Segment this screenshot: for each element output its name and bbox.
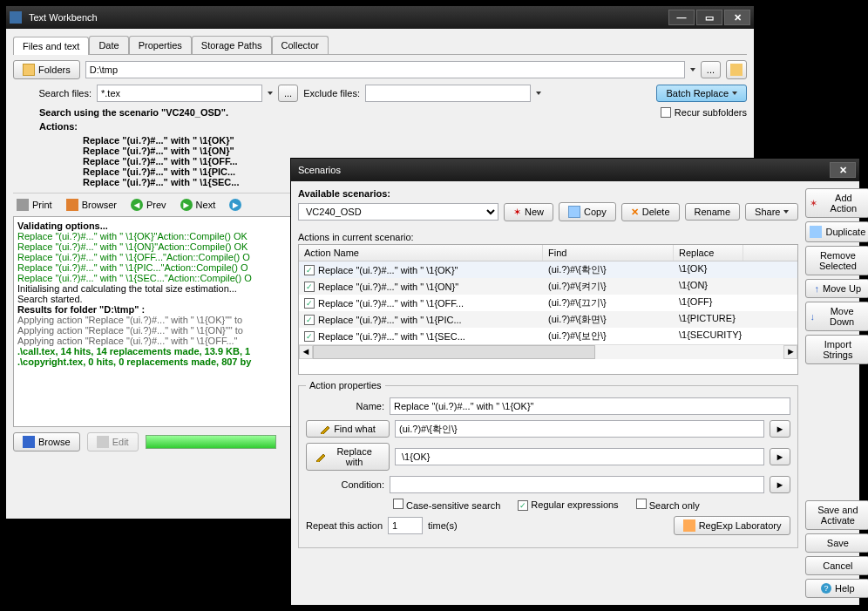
rename-button[interactable]: Rename xyxy=(685,203,741,221)
delete-button[interactable]: ✕Delete xyxy=(621,203,680,221)
row-checkbox[interactable]: ✓ xyxy=(304,315,315,325)
scenarios-titlebar[interactable]: Scenarios ✕ xyxy=(291,159,859,181)
folders-button[interactable]: Folders xyxy=(13,60,80,79)
tab-date[interactable]: Date xyxy=(89,36,128,54)
table-row[interactable]: ✓Replace "(ui.?)#..." with " \1{ON}"(ui.… xyxy=(299,278,797,295)
go-button[interactable]: ► xyxy=(226,197,245,213)
row-checkbox[interactable]: ✓ xyxy=(304,298,315,309)
search-files-dropdown-icon[interactable] xyxy=(268,92,273,95)
share-button[interactable]: Share xyxy=(745,203,798,221)
actions-table[interactable]: Action Name Find Replace ✓Replace "(ui.?… xyxy=(298,244,798,375)
regex-check[interactable]: ✓ Regular expressions xyxy=(518,499,618,511)
down-icon: ↓ xyxy=(810,311,815,322)
exclude-files-dropdown-icon[interactable] xyxy=(536,92,541,95)
save-activate-button[interactable]: Save and Activate xyxy=(805,500,868,530)
main-title: Text Workbench xyxy=(25,12,667,23)
import-strings-button[interactable]: Import Strings xyxy=(805,335,868,364)
recur-subfolders-label: Recur subfolders xyxy=(675,107,747,118)
edit-button: Edit xyxy=(87,432,139,451)
move-up-button[interactable]: ↑Move Up xyxy=(805,279,868,298)
refresh-path-button[interactable] xyxy=(726,60,747,79)
duplicate-icon xyxy=(810,226,822,238)
path-dropdown-icon[interactable] xyxy=(690,68,695,71)
scenario-line: Replace "(ui.?)#..." with " \1{OK}" xyxy=(83,135,655,146)
col-replace[interactable]: Replace xyxy=(674,245,743,261)
search-files-more-button[interactable]: ... xyxy=(278,85,298,102)
find-what-input[interactable] xyxy=(395,420,764,438)
close-button[interactable]: ✕ xyxy=(724,10,750,25)
row-checkbox[interactable]: ✓ xyxy=(304,265,315,275)
row-checkbox[interactable]: ✓ xyxy=(304,331,315,342)
condition-expand-button[interactable]: ► xyxy=(770,476,791,493)
col-find[interactable]: Find xyxy=(543,245,674,261)
prev-button[interactable]: ◄Prev xyxy=(127,197,170,213)
repeat-input[interactable] xyxy=(388,517,423,534)
col-action-name[interactable]: Action Name xyxy=(299,245,543,261)
search-files-input[interactable] xyxy=(97,85,262,102)
table-row[interactable]: ✓Replace "(ui.?)#..." with " \1{SEC...(u… xyxy=(299,328,797,344)
repeat-label: Repeat this action xyxy=(306,520,383,531)
save-button[interactable]: Save xyxy=(805,533,868,553)
row-find: (ui.?)#\{끄기\} xyxy=(543,295,674,310)
find-expand-button[interactable]: ► xyxy=(770,420,791,438)
next-button[interactable]: ►Next xyxy=(177,197,220,213)
table-row[interactable]: ✓Replace "(ui.?)#..." with " \1{OFF...(u… xyxy=(299,295,797,311)
add-icon: ✶ xyxy=(810,198,817,209)
replace-with-input[interactable] xyxy=(395,448,764,465)
scroll-left-button[interactable]: ◄ xyxy=(299,345,313,359)
path-input[interactable] xyxy=(85,61,685,78)
scenarios-title: Scenarios xyxy=(295,165,828,175)
tab-properties[interactable]: Properties xyxy=(129,36,192,54)
print-icon xyxy=(17,199,29,211)
exclude-files-label: Exclude files: xyxy=(303,88,360,98)
scroll-thumb[interactable] xyxy=(313,345,595,359)
maximize-button[interactable]: ▭ xyxy=(696,10,722,25)
print-button[interactable]: Print xyxy=(13,197,56,213)
scenario-select[interactable]: VC240_OSD xyxy=(298,203,498,221)
help-button[interactable]: ?Help xyxy=(805,579,868,598)
case-sensitive-check[interactable]: Case-sensitive search xyxy=(393,499,500,511)
cancel-button[interactable]: Cancel xyxy=(805,556,868,575)
find-what-button[interactable]: Find what xyxy=(306,420,390,438)
search-files-label: Search files: xyxy=(13,88,92,98)
actions-in-scenario-label: Actions in current scenario: xyxy=(298,232,798,242)
duplicate-button[interactable]: Duplicate xyxy=(805,221,868,242)
copy-icon xyxy=(568,206,580,218)
new-button[interactable]: ✶New xyxy=(504,203,553,221)
scenarios-close-button[interactable]: ✕ xyxy=(830,162,856,178)
move-down-button[interactable]: ↓Move Down xyxy=(805,302,868,331)
table-row[interactable]: ✓Replace "(ui.?)#..." with " \1{PIC...(u… xyxy=(299,311,797,328)
main-titlebar[interactable]: Text Workbench — ▭ ✕ xyxy=(6,6,754,29)
row-name: Replace "(ui.?)#..." with " \1{OFF... xyxy=(318,298,464,309)
prev-icon: ◄ xyxy=(131,199,143,211)
tab-files-text[interactable]: Files and text xyxy=(13,37,89,55)
replace-with-button[interactable]: Replace with xyxy=(306,443,390,471)
horizontal-scrollbar[interactable]: ◄ ► xyxy=(299,344,797,358)
recur-subfolders-check[interactable]: Recur subfolders xyxy=(661,107,747,118)
remove-selected-button[interactable]: Remove Selected xyxy=(805,246,868,275)
exclude-files-input[interactable] xyxy=(365,85,531,102)
replace-expand-button[interactable]: ► xyxy=(770,448,791,465)
browse-button[interactable]: Browse xyxy=(13,432,80,451)
condition-input[interactable] xyxy=(390,476,764,493)
checkbox-icon xyxy=(393,499,403,509)
batch-replace-button[interactable]: Batch Replace xyxy=(656,85,747,102)
copy-button[interactable]: Copy xyxy=(559,202,616,221)
browse-icon xyxy=(23,436,35,448)
search-only-check[interactable]: Search only xyxy=(636,499,700,511)
browser-button[interactable]: Browser xyxy=(63,197,120,213)
scenario-line: Replace "(ui.?)#..." with " \1{ON}" xyxy=(83,146,655,156)
add-action-button[interactable]: ✶Add Action xyxy=(805,188,868,218)
tab-collector[interactable]: Collector xyxy=(272,36,329,54)
browse-path-button[interactable]: ... xyxy=(701,61,721,78)
scroll-right-button[interactable]: ► xyxy=(783,345,797,359)
minimize-button[interactable]: — xyxy=(668,10,695,25)
regexp-lab-button[interactable]: RegExp Laboratory xyxy=(674,516,791,535)
row-replace: \1{OFF} xyxy=(674,295,743,310)
app-icon xyxy=(10,11,22,24)
tab-storage-paths[interactable]: Storage Paths xyxy=(192,36,272,54)
row-replace: \1{ON} xyxy=(674,279,743,294)
table-row[interactable]: ✓Replace "(ui.?)#..." with " \1{OK}"(ui.… xyxy=(299,261,797,278)
name-input[interactable] xyxy=(390,397,790,415)
row-checkbox[interactable]: ✓ xyxy=(304,282,315,292)
